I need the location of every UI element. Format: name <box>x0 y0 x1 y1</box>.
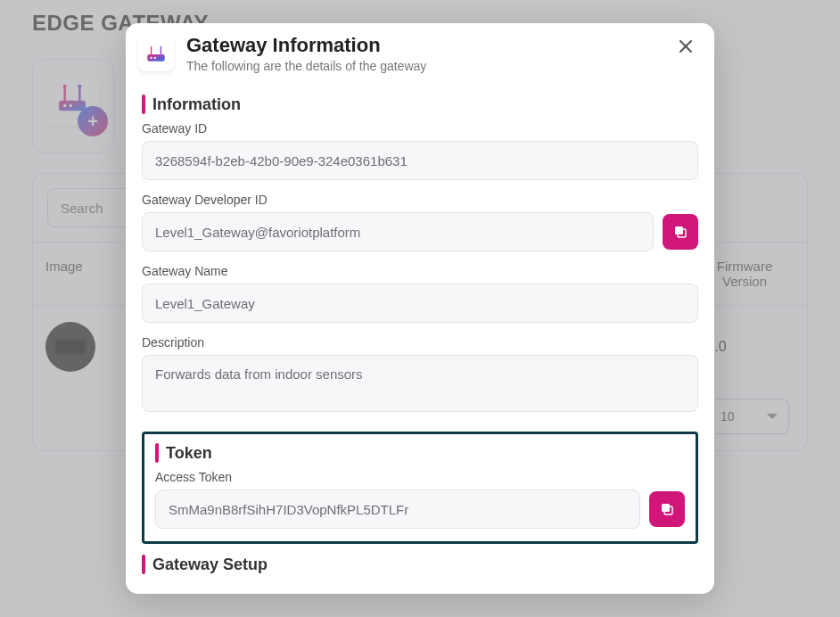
copy-icon <box>672 224 688 240</box>
copy-icon <box>659 501 675 517</box>
token-section: Token Access Token <box>142 432 698 544</box>
modal-header: Gateway Information The following are th… <box>126 23 714 86</box>
setup-heading: Gateway Setup <box>142 555 698 574</box>
token-heading: Token <box>155 443 685 463</box>
gateway-id-field: Gateway ID <box>142 121 698 180</box>
access-token-field: Access Token <box>155 470 685 529</box>
heading-accent-bar <box>142 95 145 114</box>
svg-point-8 <box>151 57 152 59</box>
svg-rect-15 <box>675 226 683 234</box>
gateway-id-label: Gateway ID <box>142 121 698 136</box>
modal-title: Gateway Information <box>186 34 426 57</box>
developer-id-field: Gateway Developer ID <box>142 193 698 251</box>
gateway-name-label: Gateway Name <box>142 264 698 278</box>
copy-developer-id-button[interactable] <box>663 214 698 250</box>
token-heading-text: Token <box>166 444 212 463</box>
gateway-icon <box>138 36 174 71</box>
heading-accent-bar <box>155 443 159 463</box>
svg-point-9 <box>154 57 156 59</box>
gateway-info-modal: Gateway Information The following are th… <box>126 23 714 594</box>
gateway-name-field: Gateway Name <box>142 264 698 323</box>
information-heading-text: Information <box>152 95 241 114</box>
close-button[interactable] <box>673 34 698 59</box>
setup-heading-text: Gateway Setup <box>152 555 268 574</box>
access-token-label: Access Token <box>155 470 685 484</box>
heading-accent-bar <box>142 555 145 574</box>
developer-id-input[interactable] <box>142 212 654 251</box>
copy-access-token-button[interactable] <box>649 491 685 527</box>
information-heading: Information <box>142 95 698 114</box>
description-textarea[interactable] <box>142 355 698 412</box>
description-label: Description <box>142 335 698 350</box>
modal-body: Information Gateway ID Gateway Developer… <box>126 86 714 601</box>
information-section: Information Gateway ID Gateway Developer… <box>142 86 698 426</box>
svg-rect-17 <box>662 504 670 512</box>
access-token-input[interactable] <box>155 489 640 529</box>
modal-titles: Gateway Information The following are th… <box>186 34 426 73</box>
modal-subtitle: The following are the details of the gat… <box>186 59 426 73</box>
description-field: Description <box>142 335 698 412</box>
close-icon <box>679 39 693 53</box>
gateway-setup-section: Gateway Setup <box>142 544 698 596</box>
gateway-id-input[interactable] <box>142 141 698 180</box>
developer-id-label: Gateway Developer ID <box>142 193 698 207</box>
gateway-name-input[interactable] <box>142 284 698 323</box>
